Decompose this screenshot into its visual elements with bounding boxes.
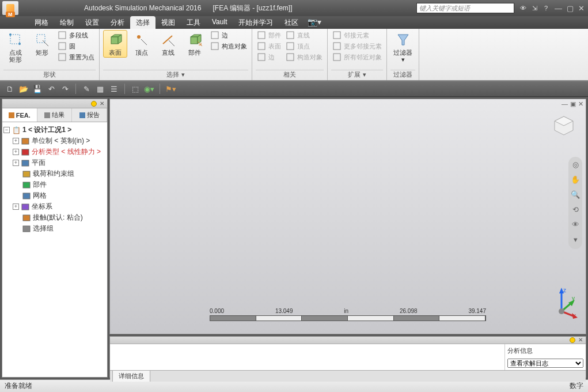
menu-分析[interactable]: 分析	[105, 16, 130, 29]
ribbon-过滤器[interactable]: 过滤器▾	[390, 30, 415, 65]
ribbon-直线[interactable]: 直线	[156, 30, 180, 58]
ribbon: 点或矩形矩形多段线圆重置为点形状表面顶点直线部件边构造对象选择 ▾部件表面边直线…	[0, 29, 588, 81]
ribbon-重置为点[interactable]: 重置为点	[56, 52, 96, 62]
pin-icon[interactable]	[91, 101, 97, 107]
svg-rect-30	[23, 182, 30, 188]
minimize-button[interactable]: —	[555, 4, 562, 13]
browser-tab-FEA.[interactable]: FEA.	[2, 108, 37, 122]
menu-bar: 网格绘制设置分析选择视图工具Vault开始并学习社区📷▾	[0, 16, 588, 29]
log-dropdown[interactable]: 查看求解日志	[507, 359, 583, 368]
tree-item[interactable]: 载荷和约束组	[3, 168, 106, 179]
grid-icon[interactable]: ▦	[95, 84, 105, 94]
svg-rect-33	[23, 215, 30, 221]
menu-设置[interactable]: 设置	[79, 16, 105, 29]
tree-item[interactable]: 网格	[3, 190, 106, 201]
close-button[interactable]: ✕	[578, 4, 585, 13]
redo-icon[interactable]: ↷	[60, 84, 70, 94]
tree-collapse-icon[interactable]: −	[3, 127, 10, 133]
viewcube[interactable]	[552, 114, 575, 137]
pin-icon[interactable]	[570, 337, 575, 343]
viewport-minimize-icon[interactable]: —	[562, 100, 568, 108]
binoculars-icon[interactable]: 👁	[519, 4, 527, 12]
browser-tab-报告[interactable]: 报告	[72, 108, 107, 122]
orbit-icon[interactable]: ⟲	[570, 205, 581, 216]
steering-wheel-icon[interactable]: ◎	[570, 160, 581, 171]
tree-item[interactable]: +单位制 < 英制(in) >	[3, 135, 106, 146]
ribbon-多段线[interactable]: 多段线	[56, 30, 96, 40]
tree-expand-icon[interactable]: +	[13, 138, 19, 144]
tree-item[interactable]: 选择组	[3, 223, 106, 234]
main-area: ✕ FEA.结果报告 −📋1 < 设计工况1 >+单位制 < 英制(in) >+…	[0, 97, 588, 379]
ribbon-所有邻近对象: 所有邻近对象	[331, 52, 383, 62]
ruler-tick: 26.098	[400, 308, 418, 314]
help-icon[interactable]: ?	[542, 4, 550, 12]
vertex-icon	[134, 32, 150, 48]
app-badge: M	[6, 12, 15, 17]
model-tree[interactable]: −📋1 < 设计工况1 >+单位制 < 英制(in) >+分析类型 < 线性静力…	[2, 122, 107, 377]
undo-icon[interactable]: ↶	[46, 84, 56, 94]
camera-icon[interactable]: 📷▾	[308, 16, 321, 29]
browser-tab-结果[interactable]: 结果	[37, 108, 73, 122]
tree-item[interactable]: +分析类型 < 线性静力 >	[3, 146, 106, 157]
tree-item[interactable]: +坐标系	[3, 201, 106, 212]
svg-rect-13	[191, 37, 198, 44]
ribbon-边[interactable]: 边	[209, 30, 248, 40]
ribbon-顶点[interactable]: 顶点	[130, 30, 154, 58]
svg-point-1	[9, 33, 12, 36]
svg-rect-23	[333, 32, 340, 39]
maximize-button[interactable]: ▢	[567, 4, 574, 13]
viewport-close-icon[interactable]: ✕	[578, 100, 583, 108]
ribbon-部件[interactable]: 部件	[183, 30, 207, 58]
ribbon-构造对象[interactable]: 构造对象	[209, 41, 248, 51]
panel-close-icon[interactable]: ✕	[576, 337, 585, 344]
ruler-tick: 13.049	[275, 308, 293, 314]
svg-rect-15	[211, 32, 218, 39]
ribbon-表面[interactable]: 表面	[103, 30, 127, 58]
point-rect-icon	[7, 32, 24, 48]
tree-expand-icon[interactable]: +	[13, 160, 19, 166]
svg-rect-5	[59, 43, 66, 50]
svg-rect-8	[111, 37, 118, 44]
panel-close-icon[interactable]: ✕	[98, 100, 106, 107]
browser-tabs: FEA.结果报告	[2, 108, 107, 122]
menu-开始并学习[interactable]: 开始并学习	[233, 16, 279, 29]
menu-选择[interactable]: 选择	[130, 16, 155, 29]
edit-icon[interactable]: ✎	[81, 84, 92, 94]
viewport-restore-icon[interactable]: ▣	[570, 100, 576, 108]
lookat-icon[interactable]: 👁	[570, 220, 581, 231]
menu-视图[interactable]: 视图	[155, 16, 181, 29]
svg-rect-32	[22, 204, 29, 210]
pan-icon[interactable]: ✋	[570, 175, 581, 186]
ribbon-圆[interactable]: 圆	[56, 41, 96, 51]
signin-icon[interactable]: ⇲	[530, 4, 538, 12]
select-icon[interactable]: ⬚	[130, 84, 141, 94]
status-mode: 数字	[570, 381, 583, 391]
tree-expand-icon[interactable]: +	[13, 149, 19, 155]
menu-工具[interactable]: 工具	[181, 16, 206, 29]
panel-header: ✕	[2, 99, 107, 108]
svg-point-46	[559, 308, 564, 314]
tree-expand-icon[interactable]: +	[13, 203, 19, 210]
flag-icon[interactable]: ⚑▾	[165, 84, 176, 94]
menu-Vault[interactable]: Vault	[206, 16, 233, 29]
tree-item[interactable]: 接触(默认: 粘合)	[3, 212, 106, 223]
box-icon[interactable]: ◉▾	[144, 84, 154, 94]
menu-绘制[interactable]: 绘制	[54, 16, 79, 29]
menu-社区[interactable]: 社区	[279, 16, 304, 29]
svg-text:y: y	[572, 295, 575, 301]
help-search-input[interactable]: 键入关键字或短语	[416, 3, 514, 13]
details-tab[interactable]: 详细信息	[112, 370, 150, 382]
menu-网格[interactable]: 网格	[29, 16, 54, 29]
ribbon-点或矩形[interactable]: 点或矩形	[3, 30, 28, 65]
new-icon[interactable]: 🗋	[5, 84, 15, 94]
viewport[interactable]: — ▣ ✕ ◎ ✋ 🔍 ⟲ 👁 ▾ z x	[109, 99, 586, 334]
ribbon-矩形[interactable]: 矩形	[30, 30, 54, 58]
nav-more-icon[interactable]: ▾	[570, 235, 581, 246]
open-icon[interactable]: 📂	[18, 84, 29, 94]
save-icon[interactable]: 💾	[32, 84, 43, 94]
zoom-icon[interactable]: 🔍	[570, 190, 581, 201]
tree-item[interactable]: 部件	[3, 179, 106, 190]
tree-item[interactable]: +平面	[3, 157, 106, 168]
list-icon[interactable]: ☰	[109, 84, 119, 94]
svg-rect-29	[23, 171, 30, 177]
